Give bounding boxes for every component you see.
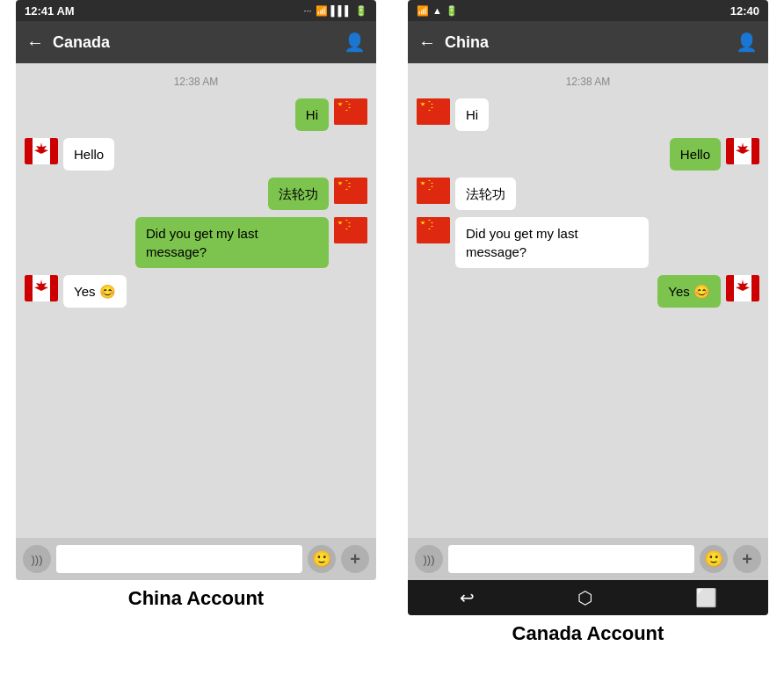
left-wifi-icon: 📶: [316, 5, 328, 17]
left-flag-china-3: [334, 217, 367, 243]
left-nav-bar: ← Canada 👤: [16, 21, 376, 63]
svg-rect-50: [751, 275, 759, 301]
right-msg-3: 法轮功: [417, 178, 759, 210]
left-chat-area: 12:38 AM Hi: [16, 63, 376, 538]
left-msg-5: Yes 😊: [25, 275, 367, 308]
right-bubble-3: 法轮功: [455, 178, 516, 210]
svg-rect-24: [50, 275, 58, 301]
left-phone-container: 12:41 AM ··· 📶 ▌▌▌ 🔋 ← Canada 👤 12:38 AM: [0, 0, 392, 615]
right-time: 12:40: [730, 4, 759, 18]
left-signal-icon: ···: [303, 5, 311, 16]
svg-rect-7: [25, 138, 33, 164]
right-chat-area: 12:38 AM Hi: [408, 63, 768, 538]
svg-rect-8: [50, 138, 58, 164]
left-chat-title: Canada: [53, 33, 335, 52]
svg-rect-26: [417, 98, 450, 125]
left-voice-icon: ))): [32, 553, 43, 566]
left-battery-icon: 🔋: [355, 5, 367, 17]
right-msg-2: Hello: [417, 138, 759, 171]
right-flag-china-1: [417, 98, 450, 125]
left-bubble-2: Hello: [63, 138, 114, 171]
left-msg-4: Did you get my last message?: [25, 217, 367, 268]
right-flag-canada-1: [726, 138, 759, 164]
left-plus-icon: +: [350, 549, 360, 570]
left-bubble-4: Did you get my last message?: [135, 217, 329, 268]
right-back-nav-icon[interactable]: ↩: [460, 587, 475, 608]
right-wifi-icon: 📶: [417, 5, 429, 17]
right-signal-icon: ▲: [432, 5, 442, 16]
svg-rect-33: [726, 138, 734, 164]
right-msg-5: Yes 😊: [417, 275, 759, 308]
right-flag-china-3: [417, 217, 450, 243]
right-chat-title: China: [445, 33, 727, 52]
left-status-icons: ··· 📶 ▌▌▌ 🔋: [303, 5, 367, 17]
right-phone-label: Canada Account: [512, 622, 664, 645]
right-back-button[interactable]: ←: [418, 33, 436, 53]
left-input-bar: ))) 🙂 +: [16, 538, 376, 580]
right-text-input[interactable]: [448, 545, 694, 573]
right-voice-button[interactable]: ))): [415, 545, 443, 573]
right-flag-china-2: [417, 178, 450, 204]
left-msg-3: 法轮功: [25, 178, 367, 210]
svg-rect-23: [25, 275, 33, 301]
right-status-icons-left: 📶 ▲ 🔋: [417, 5, 458, 17]
left-back-button[interactable]: ←: [26, 33, 44, 53]
right-status-bar: 📶 ▲ 🔋 12:40: [408, 0, 768, 21]
left-bubble-5: Yes 😊: [63, 275, 127, 308]
svg-rect-34: [751, 138, 759, 164]
right-emoji-button[interactable]: 🙂: [700, 545, 728, 573]
right-flag-canada-2: [726, 275, 759, 301]
left-flag-china-2: [334, 178, 367, 204]
right-plus-icon: +: [742, 549, 752, 570]
right-recent-nav-icon[interactable]: ⬜: [695, 587, 717, 608]
right-person-icon[interactable]: 👤: [736, 32, 758, 53]
left-plus-button[interactable]: +: [341, 545, 369, 573]
right-plus-button[interactable]: +: [733, 545, 761, 573]
right-bubble-4: Did you get my last message?: [455, 217, 649, 268]
right-phone-container: 📶 ▲ 🔋 12:40 ← China 👤 12:38 AM: [392, 0, 784, 650]
right-timestamp: 12:38 AM: [417, 76, 759, 88]
left-flag-china-1: [334, 98, 367, 125]
left-text-input[interactable]: [56, 545, 302, 573]
right-battery-icon: 🔋: [446, 5, 458, 17]
left-voice-button[interactable]: ))): [23, 545, 51, 573]
left-time: 12:41 AM: [25, 4, 75, 18]
svg-rect-10: [334, 178, 367, 204]
left-msg-2: Hello: [25, 138, 367, 171]
right-msg-4: Did you get my last message?: [417, 217, 759, 268]
left-signal-bars-icon: ▌▌▌: [331, 5, 352, 16]
right-input-bar: ))) 🙂 +: [408, 538, 768, 580]
left-phone-label: China Account: [128, 587, 264, 610]
phones-row: 12:41 AM ··· 📶 ▌▌▌ 🔋 ← Canada 👤 12:38 AM: [0, 0, 784, 650]
right-bubble-2: Hello: [670, 138, 721, 171]
right-android-nav: ↩ ⬡ ⬜: [408, 580, 768, 615]
right-home-nav-icon[interactable]: ⬡: [577, 587, 592, 608]
left-status-bar: 12:41 AM ··· 📶 ▌▌▌ 🔋: [16, 0, 376, 21]
left-phone: 12:41 AM ··· 📶 ▌▌▌ 🔋 ← Canada 👤 12:38 AM: [16, 0, 376, 580]
right-emoji-icon: 🙂: [704, 549, 723, 569]
left-flag-canada-1: [25, 138, 58, 164]
svg-rect-42: [417, 217, 450, 243]
right-voice-icon: ))): [424, 553, 435, 566]
left-flag-canada-2: [25, 275, 58, 301]
left-timestamp: 12:38 AM: [25, 76, 367, 88]
right-bubble-5: Yes 😊: [657, 275, 721, 308]
left-msg-1: Hi: [25, 98, 367, 131]
right-nav-bar: ← China 👤: [408, 21, 768, 63]
left-person-icon[interactable]: 👤: [344, 32, 366, 53]
right-phone: 📶 ▲ 🔋 12:40 ← China 👤 12:38 AM: [408, 0, 768, 615]
right-bubble-1: Hi: [455, 98, 489, 131]
left-bubble-3: 法轮功: [268, 178, 329, 210]
svg-rect-49: [726, 275, 734, 301]
svg-rect-0: [334, 98, 367, 125]
left-bubble-1: Hi: [295, 98, 329, 131]
right-msg-1: Hi: [417, 98, 759, 131]
svg-rect-36: [417, 178, 450, 204]
left-emoji-icon: 🙂: [312, 549, 331, 569]
svg-rect-16: [334, 217, 367, 243]
left-emoji-button[interactable]: 🙂: [308, 545, 336, 573]
